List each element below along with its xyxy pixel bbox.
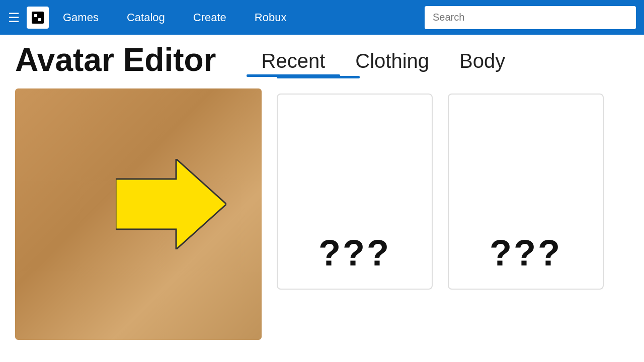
search-input[interactable] xyxy=(433,12,628,23)
page-content: Avatar Editor Recent Clothing Body ??? xyxy=(0,35,644,362)
svg-rect-1 xyxy=(32,12,44,24)
nav-create[interactable]: Create xyxy=(179,0,240,35)
title-row: Avatar Editor Recent Clothing Body xyxy=(0,35,644,76)
hamburger-menu-button[interactable]: ☰ xyxy=(8,11,20,24)
avatar-preview xyxy=(15,88,262,340)
main-content: ??? ??? xyxy=(0,78,644,362)
nav-links: Games Catalog Create Robux xyxy=(49,0,425,35)
nav-catalog[interactable]: Catalog xyxy=(113,0,179,35)
svg-rect-2 xyxy=(34,14,37,17)
tabs: Recent Clothing Body xyxy=(247,51,521,76)
nav-robux[interactable]: Robux xyxy=(240,0,301,35)
search-bar xyxy=(425,6,636,29)
tab-recent[interactable]: Recent xyxy=(247,51,341,76)
roblox-logo[interactable] xyxy=(27,7,49,29)
nav-games[interactable]: Games xyxy=(49,0,113,35)
navbar: ☰ Games Catalog Create Robux xyxy=(0,0,644,35)
tab-body[interactable]: Body xyxy=(444,51,520,76)
item-card-1[interactable]: ??? xyxy=(277,94,433,290)
tab-clothing[interactable]: Clothing xyxy=(340,51,444,76)
svg-rect-3 xyxy=(38,18,41,21)
svg-marker-4 xyxy=(116,159,226,249)
page-title: Avatar Editor xyxy=(15,44,216,76)
yellow-arrow-icon xyxy=(116,159,226,249)
cards-area: ??? ??? xyxy=(277,88,629,352)
arrow-container xyxy=(116,159,226,251)
item-card-2-placeholder: ??? xyxy=(490,232,562,274)
item-card-1-placeholder: ??? xyxy=(318,232,391,274)
item-card-2[interactable]: ??? xyxy=(448,94,604,290)
